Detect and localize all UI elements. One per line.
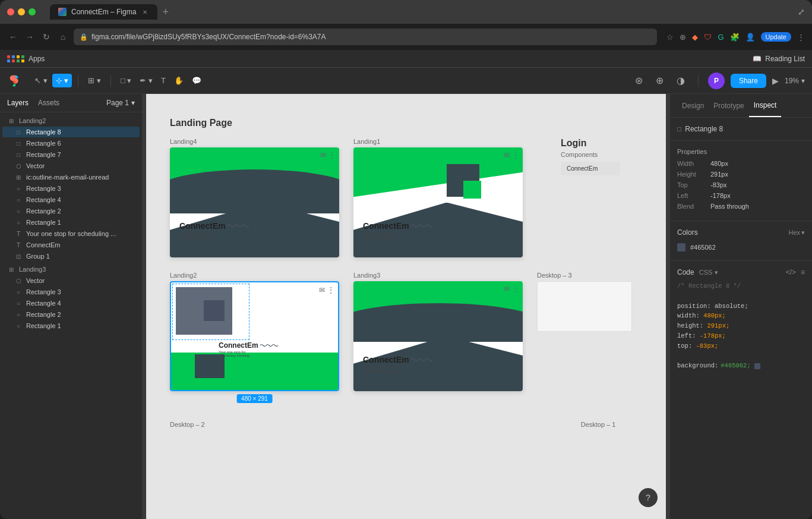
active-tab[interactable]: ConnectEm – Figma ✕ bbox=[50, 4, 157, 20]
minimize-button[interactable] bbox=[18, 8, 25, 15]
layer-item-l3rect4[interactable]: ○ Rectangle 4 bbox=[2, 298, 140, 309]
reload-button[interactable]: ↻ bbox=[40, 32, 52, 42]
home-button[interactable]: ⌂ bbox=[57, 32, 69, 42]
prop-blend-label: Blend bbox=[677, 203, 707, 210]
frame-edit-icon[interactable]: ✉ bbox=[504, 151, 510, 159]
layer-item-rect8[interactable]: □ Rectangle 8 bbox=[2, 127, 140, 137]
profile-icon[interactable]: 👤 bbox=[745, 33, 755, 42]
layer-item-landing2[interactable]: ⊞ Landing2 bbox=[2, 115, 140, 126]
prop-left-label: Left bbox=[677, 192, 707, 199]
layer-item-rect1[interactable]: ○ Rectangle 1 bbox=[2, 217, 140, 228]
layer-item-rect2[interactable]: ○ Rectangle 2 bbox=[2, 206, 140, 216]
layer-label: Rectangle 4 bbox=[26, 196, 135, 203]
code-line-position: position: absolute; bbox=[677, 301, 805, 312]
layer-item-rect6[interactable]: □ Rectangle 6 bbox=[2, 138, 140, 149]
brand-name-l2: ConnectEm bbox=[219, 341, 258, 350]
layer-item-tagline[interactable]: T Your one stop for scheduling ... bbox=[2, 228, 140, 239]
layer-item-landing3[interactable]: ⊞ Landing3 bbox=[2, 264, 140, 275]
frame-card-landing2[interactable]: ConnectEm Your one stop forscheduling me… bbox=[170, 281, 339, 391]
toolbar-sep-2 bbox=[110, 75, 111, 87]
tab-close-button[interactable]: ✕ bbox=[141, 8, 149, 16]
frame-edit-icon[interactable]: ✉ bbox=[320, 151, 326, 159]
hex-dropdown[interactable]: Hex ▾ bbox=[788, 229, 805, 237]
frame-actions-l1: ✉ ⋮ bbox=[504, 151, 519, 159]
tab-layers[interactable]: Layers bbox=[7, 99, 29, 107]
update-button[interactable]: Update bbox=[761, 32, 791, 42]
tab-title: ConnectEm – Figma bbox=[71, 8, 136, 16]
frame-more-icon[interactable]: ⋮ bbox=[328, 151, 336, 159]
move-tool-btn[interactable]: ↖ ▾ bbox=[31, 74, 51, 87]
css-selector[interactable]: CSS ▾ bbox=[699, 269, 719, 276]
star-icon[interactable]: ☆ bbox=[666, 33, 674, 42]
address-bar[interactable]: 🔒 figma.com/file/wGPj8izdSUy5fRBYs3eqUX/… bbox=[74, 29, 657, 45]
share-button[interactable]: Share bbox=[731, 74, 766, 88]
brand-name-l1: ConnectEm bbox=[363, 221, 409, 231]
tab-design[interactable]: Design bbox=[677, 94, 709, 117]
text-tool-btn[interactable]: T bbox=[157, 74, 169, 87]
comment-tool-btn[interactable]: 💬 bbox=[188, 74, 205, 87]
components-btn[interactable]: ⊕ bbox=[652, 73, 667, 89]
color-swatch[interactable] bbox=[677, 243, 685, 251]
tab-prototype[interactable]: Prototype bbox=[709, 94, 748, 117]
forward-button[interactable]: → bbox=[24, 32, 36, 42]
prop-top-label: Top bbox=[677, 181, 707, 188]
pen-tool-btn[interactable]: ✒ ▾ bbox=[136, 74, 156, 87]
layer-item-vector1[interactable]: ⬡ Vector bbox=[2, 161, 140, 171]
code-copy-icon[interactable]: </> bbox=[786, 268, 796, 276]
avatar: P bbox=[708, 73, 725, 89]
frame-more-icon[interactable]: ⋮ bbox=[327, 286, 334, 294]
reading-list-button[interactable]: 📖 Reading List bbox=[753, 55, 805, 63]
layer-item-rect7[interactable]: □ Rectangle 7 bbox=[2, 149, 140, 160]
frame-more-icon[interactable]: ⋮ bbox=[512, 151, 519, 159]
frame-more-icon[interactable]: ⋮ bbox=[512, 285, 519, 293]
layer-item-email-icon[interactable]: ⊞ ic:outline-mark-email-unread bbox=[2, 172, 140, 183]
frame-card-landing3[interactable]: ConnectEm Your one stop forscheduling me… bbox=[353, 281, 523, 391]
menu-icon[interactable]: ⋮ bbox=[797, 33, 805, 42]
frame-card-desktop3[interactable] bbox=[537, 281, 632, 332]
canvas-area[interactable]: Landing Page Landing4 bbox=[146, 94, 666, 519]
layer-item-group1[interactable]: ⊡ Group 1 bbox=[2, 251, 140, 262]
page-selector[interactable]: Page 1 ▾ bbox=[106, 99, 135, 107]
frame-label-landing2: Landing2 bbox=[170, 272, 339, 279]
new-tab-button[interactable]: + bbox=[162, 6, 169, 18]
back-button[interactable]: ← bbox=[7, 32, 19, 42]
shape-tool-btn[interactable]: □ ▾ bbox=[117, 74, 135, 87]
grammarly-icon[interactable]: G bbox=[718, 33, 723, 42]
frame-tool-btn[interactable]: ⊞ ▾ bbox=[84, 74, 105, 87]
ublock-icon[interactable]: 🛡 bbox=[704, 33, 712, 42]
toolbar-sep-3 bbox=[698, 75, 699, 87]
frame-edit-icon[interactable]: ✉ bbox=[504, 285, 510, 293]
layer-item-rect4[interactable]: ○ Rectangle 4 bbox=[2, 194, 140, 205]
zoom-indicator[interactable]: 19% ▾ bbox=[785, 77, 805, 85]
layer-item-vector2[interactable]: ⬡ Vector bbox=[2, 275, 140, 286]
assets-btn[interactable]: ⊛ bbox=[631, 73, 646, 89]
hand-tool-btn[interactable]: ✋ bbox=[170, 74, 187, 87]
maximize-button[interactable] bbox=[29, 8, 36, 15]
frame-edit-icon[interactable]: ✉ bbox=[319, 286, 325, 294]
close-button[interactable] bbox=[7, 8, 14, 15]
help-button[interactable]: ? bbox=[639, 488, 658, 507]
extensions-icon[interactable]: 🧩 bbox=[730, 33, 740, 42]
code-list-icon[interactable]: ≡ bbox=[801, 268, 805, 276]
extension-icon[interactable]: ⊕ bbox=[680, 33, 686, 42]
login-component-card[interactable]: ConnectEm bbox=[561, 162, 620, 175]
layer-item-rect3[interactable]: ○ Rectangle 3 bbox=[2, 183, 140, 194]
frame-card-landing1[interactable]: ConnectEm Your one stop forscheduling me… bbox=[353, 147, 523, 257]
layer-item-l3rect3[interactable]: ○ Rectangle 3 bbox=[2, 287, 140, 297]
layer-item-l3rect2[interactable]: ○ Rectangle 2 bbox=[2, 309, 140, 320]
figma-ext-icon[interactable]: ◆ bbox=[692, 33, 698, 42]
figma-logo[interactable] bbox=[7, 73, 24, 89]
tab-inspect[interactable]: Inspect bbox=[749, 94, 782, 117]
frame-wrapper-landing1: Landing1 bbox=[353, 138, 523, 257]
select-tool-btn[interactable]: ⊹ ▾ bbox=[52, 74, 72, 87]
reading-list-label: Reading List bbox=[765, 55, 805, 63]
layer-item-l3rect1[interactable]: ○ Rectangle 1 bbox=[2, 320, 140, 331]
frame-card-landing4[interactable]: ConnectEm Your one stop forscheduling me… bbox=[170, 147, 339, 257]
tab-assets[interactable]: Assets bbox=[38, 99, 59, 107]
left-panel: Layers Assets Page 1 ▾ ⊞ Landing2 □ bbox=[0, 94, 143, 519]
play-button[interactable]: ▶ bbox=[772, 76, 779, 86]
layer-item-connectem[interactable]: T ConnectEm bbox=[2, 240, 140, 250]
frame-wrapper-desktop3: Desktop – 3 bbox=[537, 272, 632, 332]
apps-button[interactable]: Apps bbox=[7, 55, 45, 63]
contrast-btn[interactable]: ◑ bbox=[673, 73, 688, 89]
